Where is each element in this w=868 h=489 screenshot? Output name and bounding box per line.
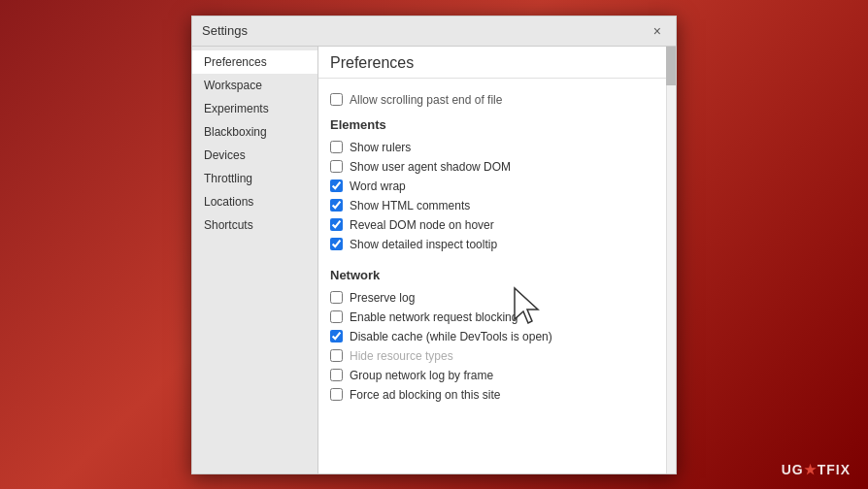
sidebar-item-throttling[interactable]: Throttling (192, 167, 317, 190)
word-wrap-checkbox[interactable] (330, 179, 343, 192)
close-button[interactable]: × (649, 22, 666, 40)
group-network-log-checkbox[interactable] (330, 369, 343, 381)
show-html-comments-label: Show HTML comments (350, 199, 470, 212)
content-area: Allow scrolling past end of file Element… (318, 82, 666, 416)
show-rulers-checkbox[interactable] (330, 141, 343, 153)
show-inspect-tooltip-row: Show detailed inspect tooltip (330, 235, 647, 254)
sidebar-item-blackboxing[interactable]: Blackboxing (192, 120, 317, 144)
show-html-comments-checkbox[interactable] (330, 199, 343, 212)
hide-resource-types-row: Hide resource types (330, 346, 647, 366)
show-inspect-tooltip-label: Show detailed inspect tooltip (350, 238, 497, 251)
word-wrap-label: Word wrap (350, 179, 406, 193)
disable-cache-label: Disable cache (while DevTools is open) (350, 330, 552, 343)
show-inspect-tooltip-checkbox[interactable] (330, 238, 343, 250)
group-network-log-row: Group network log by frame (330, 366, 647, 385)
show-html-comments-row: Show HTML comments (330, 196, 647, 215)
show-shadow-dom-label: Show user agent shadow DOM (350, 160, 511, 174)
sidebar-item-workspace[interactable]: Workspace (192, 74, 317, 97)
hide-resource-types-checkbox[interactable] (330, 349, 343, 362)
force-ad-blocking-row: Force ad blocking on this site (330, 385, 647, 405)
hide-resource-types-label: Hide resource types (350, 349, 453, 363)
sidebar-item-locations[interactable]: Locations (192, 190, 317, 213)
enable-network-blocking-row: Enable network request blocking (330, 308, 647, 327)
scrollbar-track[interactable] (666, 47, 676, 473)
enable-network-blocking-label: Enable network request blocking (350, 310, 517, 324)
main-content: Preferences Allow scrolling past end of … (318, 47, 676, 473)
force-ad-blocking-checkbox[interactable] (330, 388, 343, 401)
allow-scrolling-label: Allow scrolling past end of file (350, 93, 502, 107)
sidebar-item-preferences[interactable]: Preferences (192, 50, 317, 74)
elements-header: Elements (330, 117, 647, 132)
sidebar-item-shortcuts[interactable]: Shortcuts (192, 213, 317, 237)
reveal-dom-node-row: Reveal DOM node on hover (330, 215, 647, 235)
sidebar: Preferences Workspace Experiments Blackb… (192, 47, 318, 473)
scrollbar-thumb[interactable] (666, 47, 676, 85)
disable-cache-checkbox[interactable] (330, 330, 343, 342)
force-ad-blocking-label: Force ad blocking on this site (350, 388, 500, 402)
network-header: Network (330, 268, 647, 282)
sidebar-item-devices[interactable]: Devices (192, 144, 317, 167)
enable-network-blocking-checkbox[interactable] (330, 310, 343, 323)
reveal-dom-node-checkbox[interactable] (330, 218, 343, 231)
show-shadow-dom-row: Show user agent shadow DOM (330, 157, 647, 177)
allow-scrolling-checkbox[interactable] (330, 93, 343, 106)
preserve-log-label: Preserve log (350, 291, 415, 305)
word-wrap-row: Word wrap (330, 177, 647, 196)
preserve-log-checkbox[interactable] (330, 291, 343, 304)
watermark: UG★TFIX (782, 462, 851, 477)
settings-dialog: Settings × Preferences Workspace Experim… (191, 16, 677, 474)
dialog-body: Preferences Workspace Experiments Blackb… (192, 47, 676, 473)
preferences-title: Preferences (318, 47, 676, 79)
group-network-log-label: Group network log by frame (350, 369, 493, 382)
allow-scrolling-row: Allow scrolling past end of file (330, 90, 647, 110)
show-rulers-row: Show rulers (330, 138, 647, 157)
dialog-titlebar: Settings × (192, 16, 676, 47)
dialog-title: Settings (202, 23, 248, 38)
show-shadow-dom-checkbox[interactable] (330, 160, 343, 173)
disable-cache-row: Disable cache (while DevTools is open) (330, 327, 647, 346)
sidebar-item-experiments[interactable]: Experiments (192, 97, 317, 120)
show-rulers-label: Show rulers (350, 141, 411, 154)
reveal-dom-node-label: Reveal DOM node on hover (350, 218, 494, 232)
preserve-log-row: Preserve log (330, 288, 647, 308)
